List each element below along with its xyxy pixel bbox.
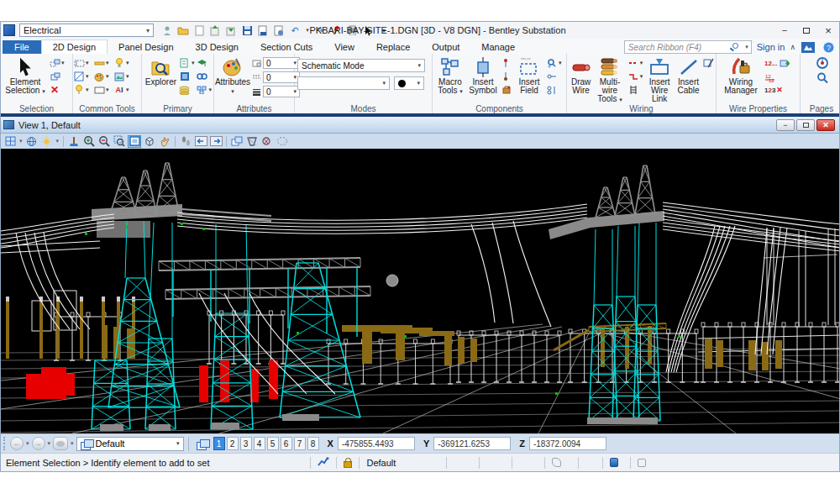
explorer-button[interactable]: Explorer bbox=[144, 55, 177, 87]
chevron-down-icon[interactable]: ▾ bbox=[86, 87, 89, 93]
insert-wire-link-button[interactable]: Insert Wire Link bbox=[644, 55, 675, 103]
markups-icon[interactable] bbox=[196, 71, 207, 82]
chevron-down-icon[interactable]: ▾ bbox=[19, 138, 23, 144]
chevron-down-icon[interactable]: ▾ bbox=[56, 138, 60, 144]
snap-mode-icon[interactable] bbox=[318, 457, 329, 469]
save-settings-icon[interactable] bbox=[272, 24, 286, 37]
chevron-down-icon[interactable]: ▾ bbox=[106, 60, 109, 66]
insert-symbol-button[interactable]: Insert Symbol bbox=[467, 55, 499, 95]
clear-selection-icon[interactable]: ✕ bbox=[49, 84, 60, 96]
app-icon[interactable] bbox=[3, 24, 15, 36]
standards-icon[interactable] bbox=[196, 57, 207, 69]
node-align-icon[interactable] bbox=[546, 84, 558, 96]
chevron-down-icon[interactable]: ▾ bbox=[106, 87, 109, 93]
chevron-down-icon[interactable]: ▾ bbox=[71, 440, 74, 447]
tab-2d-design[interactable]: 2D Design bbox=[41, 39, 108, 54]
insert-node-up-icon[interactable] bbox=[501, 57, 512, 69]
selection-mode-icon[interactable] bbox=[49, 71, 60, 82]
insert-cable-button[interactable]: Insert Cable bbox=[676, 55, 701, 95]
view-close-button[interactable]: ✕ bbox=[816, 119, 835, 131]
sign-in-link[interactable]: Sign in bbox=[757, 42, 785, 52]
chevron-down-icon[interactable]: ▾ bbox=[126, 87, 129, 93]
clip-indicator-icon[interactable] bbox=[552, 458, 561, 467]
insert-node-down-icon[interactable] bbox=[501, 71, 512, 82]
drop-element-icon[interactable] bbox=[73, 71, 85, 82]
chevron-down-icon[interactable]: ▾ bbox=[26, 440, 29, 447]
window-area-icon[interactable] bbox=[113, 135, 126, 148]
draw-wire-button[interactable]: Draw Wire bbox=[570, 55, 592, 95]
fence-tools-icon[interactable] bbox=[73, 57, 85, 69]
light-icon[interactable] bbox=[73, 84, 85, 96]
page-navigator-icon[interactable] bbox=[816, 57, 828, 69]
tab-view[interactable]: View bbox=[323, 40, 365, 54]
pan-view-icon[interactable] bbox=[158, 135, 171, 148]
view-toggle-7[interactable]: 7 bbox=[294, 437, 306, 450]
undo-icon[interactable]: ↶ bbox=[288, 24, 302, 37]
chevron-down-icon[interactable]: ▾ bbox=[86, 73, 89, 80]
view-toggle-6[interactable]: 6 bbox=[281, 437, 292, 450]
chevron-down-icon[interactable]: ▾ bbox=[86, 60, 89, 66]
insert-part-icon[interactable] bbox=[501, 84, 512, 96]
lock-icon[interactable] bbox=[344, 461, 352, 468]
tab-panel-design[interactable]: Panel Design bbox=[108, 40, 184, 54]
user-preferences-icon[interactable] bbox=[160, 24, 174, 37]
view-group-combo[interactable]: Default ▾ bbox=[76, 437, 184, 451]
walk-icon[interactable] bbox=[179, 135, 192, 148]
macro-tools-button[interactable]: Macro Tools ▾ bbox=[435, 55, 465, 96]
selection-scope-icon[interactable] bbox=[638, 459, 646, 467]
z-coordinate-field[interactable] bbox=[529, 437, 606, 450]
remove-wire-numbers-icon[interactable]: 123 bbox=[764, 87, 775, 94]
tab-file[interactable]: File bbox=[3, 40, 41, 54]
mode-secondary-combo[interactable]: ▾ bbox=[297, 76, 390, 90]
lamp-tools-icon[interactable] bbox=[113, 57, 125, 69]
view-toggle-4[interactable]: 4 bbox=[254, 437, 265, 450]
search-dropdown-icon[interactable]: ▾ bbox=[745, 44, 748, 50]
help-icon[interactable]: ? bbox=[821, 41, 836, 53]
attributes-button[interactable]: Attributes▾ bbox=[217, 55, 249, 96]
wiring-manager-button[interactable]: Wiring Manager bbox=[719, 55, 763, 95]
wire-numbers-icon[interactable]: 12... bbox=[764, 60, 778, 67]
save-as-icon[interactable] bbox=[256, 24, 270, 37]
chevron-down-icon[interactable]: ▾ bbox=[192, 60, 195, 66]
chevron-down-icon[interactable]: ▾ bbox=[106, 73, 109, 80]
view-toggle-3[interactable]: 3 bbox=[240, 437, 252, 450]
forward-view-button[interactable]: → bbox=[32, 437, 45, 450]
wire-step-icon[interactable] bbox=[627, 71, 639, 82]
fit-view-icon[interactable] bbox=[128, 135, 141, 148]
bentley-cloud-icon[interactable] bbox=[801, 41, 816, 53]
view-toggle-1[interactable]: 1 bbox=[213, 437, 225, 450]
workspace-combo[interactable]: Electrical ▾ bbox=[19, 24, 154, 37]
chevron-down-icon[interactable]: ▾ bbox=[208, 87, 212, 93]
view-next-icon[interactable] bbox=[209, 135, 223, 148]
view-previous-icon[interactable] bbox=[194, 135, 207, 148]
selection-set-icon[interactable] bbox=[49, 57, 60, 69]
zoom-out-icon[interactable] bbox=[97, 135, 111, 148]
shape-tools-icon[interactable] bbox=[93, 84, 105, 96]
toolbar-grip[interactable] bbox=[3, 437, 7, 450]
chevron-down-icon[interactable]: ▾ bbox=[61, 60, 65, 66]
view-attributes-icon[interactable] bbox=[3, 135, 17, 148]
active-level-value[interactable]: Default bbox=[366, 458, 396, 468]
select-clip-icon[interactable] bbox=[276, 135, 289, 148]
view-toggle-2[interactable]: 2 bbox=[227, 437, 239, 450]
schematic-mode-combo[interactable]: Schematic Mode▾ bbox=[297, 59, 425, 72]
details-icon[interactable] bbox=[196, 84, 207, 96]
close-button[interactable]: × bbox=[817, 23, 839, 38]
chevron-down-icon[interactable]: ▾ bbox=[559, 60, 562, 66]
markers-button[interactable] bbox=[53, 437, 68, 450]
insert-field-button[interactable]: ***-** Insert Field bbox=[514, 55, 544, 95]
references-icon[interactable] bbox=[179, 57, 191, 69]
y-coordinate-field[interactable] bbox=[433, 437, 511, 450]
collapse-ribbon-icon[interactable]: ∧ bbox=[790, 43, 795, 51]
ribbon-search[interactable]: ▾ bbox=[624, 40, 752, 54]
image-tools-icon[interactable] bbox=[113, 71, 125, 82]
wire-ladder-icon[interactable] bbox=[627, 84, 639, 96]
view-toggle-5[interactable]: 5 bbox=[267, 437, 279, 450]
open-folder-icon[interactable] bbox=[176, 24, 190, 37]
copy-view-icon[interactable] bbox=[230, 135, 244, 148]
back-view-button[interactable]: ← bbox=[10, 437, 24, 450]
view-restore-button[interactable] bbox=[796, 119, 815, 131]
tab-replace[interactable]: Replace bbox=[365, 40, 421, 54]
new-file-icon[interactable] bbox=[192, 24, 206, 37]
models-icon[interactable] bbox=[179, 84, 191, 96]
